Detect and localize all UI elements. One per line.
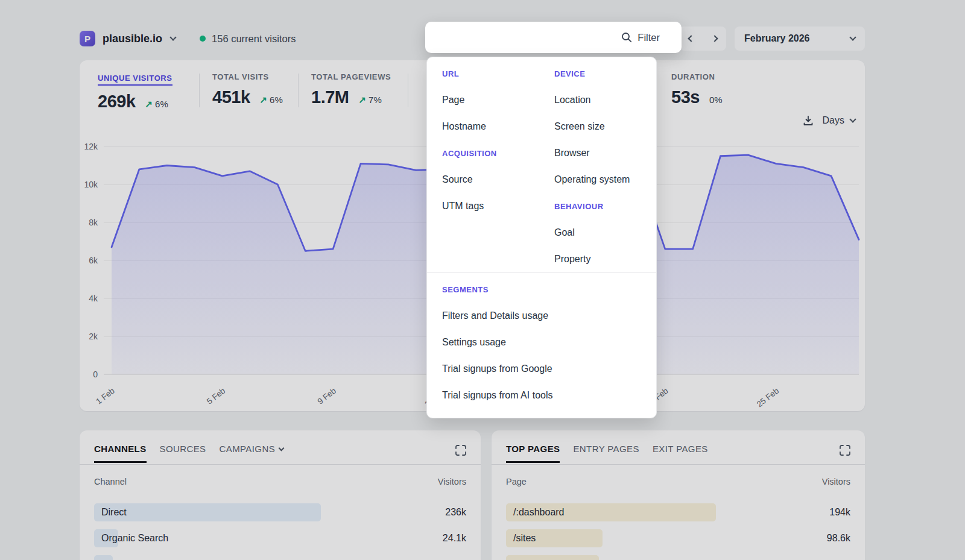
- filter-section-behaviour: BEHAVIOUR: [554, 193, 641, 219]
- filter-item-slot: Browser: [554, 140, 641, 166]
- filter-item-slot: Location: [554, 87, 641, 113]
- segment-item-slot: Settings usage: [442, 329, 641, 356]
- segment-menu-item[interactable]: Trial signups from Google: [442, 363, 552, 374]
- filter-section-title: DEVICE: [554, 69, 585, 78]
- segment-item-slot: Trial signups from AI tools: [442, 382, 641, 409]
- filter-section-acquisition: ACQUISITION: [442, 140, 554, 166]
- filter-item-slot: UTM tags: [442, 193, 554, 219]
- segment-menu-item[interactable]: Settings usage: [442, 337, 506, 348]
- filter-section-device: DEVICE: [554, 60, 641, 87]
- filter-section-segments: SEGMENTS: [442, 276, 641, 303]
- filter-menu-item[interactable]: Page: [442, 95, 464, 105]
- filter-item-slot: Property: [554, 246, 641, 272]
- filter-label: Filter: [638, 32, 660, 43]
- segment-item-slot: Filters and Details usage: [442, 303, 641, 329]
- filter-item-slot: Hostname: [442, 113, 554, 140]
- filter-section-url: URL: [442, 60, 554, 87]
- filter-menu-item[interactable]: UTM tags: [442, 201, 484, 212]
- filter-menu-item[interactable]: Operating system: [554, 174, 630, 185]
- filter-item-slot: Operating system: [554, 166, 641, 193]
- filter-item-slot: Screen size: [554, 113, 641, 140]
- filter-search[interactable]: Filter: [425, 22, 682, 53]
- segment-item-slot: Trial signups from Google: [442, 356, 641, 382]
- filter-section-title: SEGMENTS: [442, 285, 489, 294]
- segment-menu-item[interactable]: Trial signups from AI tools: [442, 390, 552, 401]
- filter-menu-item[interactable]: Browser: [554, 148, 590, 159]
- filter-item-slot: Goal: [554, 219, 641, 246]
- filter-menu-item[interactable]: Hostname: [442, 121, 486, 132]
- filter-menu-item[interactable]: Property: [554, 254, 590, 265]
- filter-menu: URLPageHostnameACQUISITIONSourceUTM tags…: [426, 57, 657, 418]
- dashboard-page: P plausible.io 156 current visitors Febr…: [0, 0, 965, 560]
- filter-item-slot: Source: [442, 166, 554, 193]
- filter-section-title: ACQUISITION: [442, 149, 497, 158]
- filter-section-title: BEHAVIOUR: [554, 202, 604, 211]
- segment-menu-item[interactable]: Filters and Details usage: [442, 310, 548, 321]
- filter-section-title: URL: [442, 69, 459, 78]
- filter-menu-item[interactable]: Source: [442, 174, 473, 185]
- filter-menu-item[interactable]: Screen size: [554, 121, 605, 132]
- search-icon: [621, 32, 632, 43]
- filter-menu-item[interactable]: Goal: [554, 227, 575, 238]
- filter-item-slot: Page: [442, 87, 554, 113]
- filter-menu-item[interactable]: Location: [554, 95, 591, 105]
- filter-menu-columns: URLPageHostnameACQUISITIONSourceUTM tags…: [442, 60, 641, 272]
